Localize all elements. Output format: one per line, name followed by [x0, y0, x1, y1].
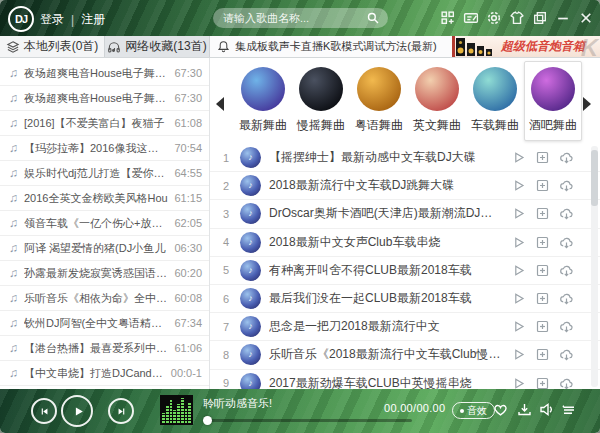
- play-button[interactable]: [61, 395, 93, 427]
- song-title[interactable]: 有种离开叫舍不得CLUB最新2018车载: [269, 262, 503, 279]
- favorite-heart-icon[interactable]: [492, 401, 509, 418]
- sidebar-song-row[interactable]: ♫ 【中文串烧】打造DJCandy中 00:0-1: [0, 361, 209, 386]
- add-to-list-icon[interactable]: [535, 206, 550, 221]
- categories-prev-icon[interactable]: [213, 96, 227, 112]
- search-input[interactable]: [221, 11, 366, 25]
- sidebar-song-row[interactable]: ♫ [2016]【不爱美富白】夜猫子 61:08: [0, 111, 209, 136]
- category-item[interactable]: 粤语舞曲: [350, 61, 408, 141]
- song-title[interactable]: DrOscar奥斯卡酒吧(天津店)最新潮流DJ电音: [269, 205, 503, 222]
- play-icon[interactable]: [511, 291, 526, 306]
- song-row[interactable]: 8 ♪ 乐听音乐《2018最新流行中文车载Club慢摇DJ串: [210, 341, 600, 369]
- song-row[interactable]: 2 ♪ 2018最新流行中文车载DJ跳舞大碟: [210, 172, 600, 200]
- previous-button[interactable]: [31, 398, 57, 424]
- sidebar-song-row[interactable]: ♫ 钦州DJ阿智(全中文粤语精选十指 67:34: [0, 311, 209, 336]
- play-icon[interactable]: [511, 263, 526, 278]
- song-title[interactable]: 最后我们没在一起CLUB最新2018车载: [269, 290, 503, 307]
- sound-effect-button[interactable]: 音效: [452, 402, 495, 419]
- song-row[interactable]: 6 ♪ 最后我们没在一起CLUB最新2018车载: [210, 285, 600, 313]
- song-title[interactable]: 2017最新劲爆车载CLUB中英慢摇串烧: [269, 375, 503, 389]
- ad-text[interactable]: 超级低音炮音箱: [501, 38, 585, 55]
- playlist-icon[interactable]: [560, 401, 577, 418]
- download-cloud-icon[interactable]: [559, 235, 574, 250]
- add-to-list-icon[interactable]: [535, 319, 550, 334]
- categories-next-icon[interactable]: [580, 96, 594, 112]
- add-to-list-icon[interactable]: [535, 235, 550, 250]
- play-icon[interactable]: [511, 376, 526, 389]
- progress-thumb[interactable]: [203, 416, 212, 425]
- category-cover[interactable]: [473, 67, 517, 111]
- download-cloud-icon[interactable]: [559, 150, 574, 165]
- sidebar-song-row[interactable]: ♫ 夜场超爽电音House电子舞曲型 67:30: [0, 61, 209, 86]
- song-row[interactable]: 5 ♪ 有种离开叫舍不得CLUB最新2018车载: [210, 257, 600, 285]
- download-cloud-icon[interactable]: [559, 263, 574, 278]
- category-item[interactable]: 最新舞曲: [234, 61, 292, 141]
- register-link[interactable]: 注册: [81, 11, 105, 28]
- category-cover[interactable]: [357, 67, 401, 111]
- song-row[interactable]: 3 ♪ DrOscar奥斯卡酒吧(天津店)最新潮流DJ电音: [210, 200, 600, 228]
- sidebar-song-row[interactable]: ♫ 【港台热播】最喜爱系列中文柔歌... 61:06: [0, 336, 209, 361]
- category-cover[interactable]: [531, 67, 575, 111]
- scrollbar-track[interactable]: [591, 146, 598, 387]
- category-cover[interactable]: [415, 67, 459, 111]
- sidebar-song-row[interactable]: ♫ 孙露最新发烧寂寞诱惑国语连版钻... 60:20: [0, 261, 209, 286]
- song-row[interactable]: 1 ♪ 【摇摆绅士】最新动感中文车载DJ大碟: [210, 144, 600, 172]
- scrollbar-thumb[interactable]: [591, 150, 598, 206]
- notice-bar[interactable]: 集成板载声卡直播K歌模式调试方法(最新): [210, 36, 452, 57]
- play-icon[interactable]: [511, 178, 526, 193]
- download-cloud-icon[interactable]: [559, 376, 574, 389]
- add-to-list-icon[interactable]: [535, 263, 550, 278]
- volume-icon[interactable]: [538, 401, 555, 418]
- song-title[interactable]: 乐听音乐《2018最新流行中文车载Club慢摇DJ串: [269, 346, 503, 363]
- skin-tshirt-icon[interactable]: [509, 10, 525, 26]
- ad-banner[interactable]: 超级低音炮音箱 K: [452, 36, 600, 57]
- download-icon[interactable]: [516, 401, 533, 418]
- login-link[interactable]: 登录: [40, 11, 64, 28]
- category-item[interactable]: 英文舞曲: [408, 61, 466, 141]
- category-cover[interactable]: [299, 67, 343, 111]
- progress-track[interactable]: [204, 419, 412, 422]
- play-icon[interactable]: [511, 235, 526, 250]
- play-icon[interactable]: [511, 347, 526, 362]
- search-icon[interactable]: [366, 11, 380, 25]
- download-cloud-icon[interactable]: [559, 319, 574, 334]
- song-title[interactable]: 2018最新中文女声Club车载串烧: [269, 234, 503, 251]
- close-icon[interactable]: [578, 10, 594, 26]
- search-box[interactable]: [213, 8, 388, 28]
- play-icon[interactable]: [511, 150, 526, 165]
- download-cloud-icon[interactable]: [559, 347, 574, 362]
- category-item[interactable]: 车载舞曲: [466, 61, 524, 141]
- sidebar-song-row[interactable]: ♫ 2016全英文金榜欧美风格Hou 61:15: [0, 186, 209, 211]
- category-item[interactable]: 慢摇舞曲: [292, 61, 350, 141]
- notice-text[interactable]: 集成板载声卡直播K歌模式调试方法(最新): [235, 39, 437, 54]
- tab-net-favorites[interactable]: 网络收藏(13首): [105, 36, 210, 57]
- play-icon[interactable]: [511, 206, 526, 221]
- song-row[interactable]: 9 ♪ 2017最新劲爆车载CLUB中英慢摇串烧: [210, 370, 600, 390]
- sidebar-song-row[interactable]: ♫ 夜场超爽电音House电子舞曲型 67:30: [0, 86, 209, 111]
- add-to-list-icon[interactable]: [535, 291, 550, 306]
- feedback-icon[interactable]: [463, 10, 479, 26]
- sidebar-song-row[interactable]: ♫ 乐听音乐《相依为命》全中文全粤... 60:08: [0, 286, 209, 311]
- sidebar-song-row[interactable]: ♫ 【玛莎拉蒂】2016像我这么痴情 70:54: [0, 136, 209, 161]
- download-cloud-icon[interactable]: [559, 291, 574, 306]
- add-to-list-icon[interactable]: [535, 150, 550, 165]
- category-cover[interactable]: [241, 67, 285, 111]
- sidebar-song-row[interactable]: ♫ 阿译 渴望爱情的猪(DJ小鱼儿 06:30: [0, 236, 209, 261]
- tab-local-list[interactable]: 本地列表(0首): [0, 36, 105, 57]
- add-to-list-icon[interactable]: [535, 347, 550, 362]
- song-row[interactable]: 7 ♪ 思念是一把刀2018最新流行中文: [210, 313, 600, 341]
- song-title[interactable]: 【摇摆绅士】最新动感中文车载DJ大碟: [269, 149, 503, 166]
- sidebar-song-row[interactable]: ♫ 娱乐时代dj范儿打造【爱你的语言 64:55: [0, 161, 209, 186]
- play-icon[interactable]: [511, 319, 526, 334]
- song-title[interactable]: 思念是一把刀2018最新流行中文: [269, 318, 503, 335]
- song-title[interactable]: 2018最新流行中文车载DJ跳舞大碟: [269, 177, 503, 194]
- settings-gear-icon[interactable]: [486, 10, 502, 26]
- download-cloud-icon[interactable]: [559, 178, 574, 193]
- add-to-list-icon[interactable]: [535, 376, 550, 389]
- sidebar-song-row[interactable]: ♫ 领音车载《一亿个伤心+放一百个心 62:05: [0, 211, 209, 236]
- download-cloud-icon[interactable]: [559, 206, 574, 221]
- mini-mode-icon[interactable]: [532, 10, 548, 26]
- apps-grid-icon[interactable]: [440, 10, 456, 26]
- minimize-icon[interactable]: [555, 10, 571, 26]
- next-button[interactable]: [108, 398, 134, 424]
- song-row[interactable]: 4 ♪ 2018最新中文女声Club车载串烧: [210, 229, 600, 257]
